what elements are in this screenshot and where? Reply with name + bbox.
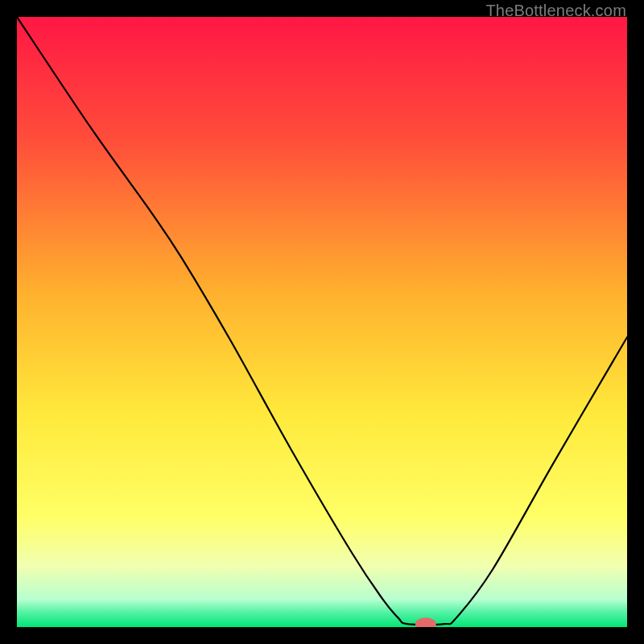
gradient-background xyxy=(17,17,627,627)
chart-svg xyxy=(17,17,627,627)
chart-frame: TheBottleneck.com xyxy=(0,0,644,644)
plot-area xyxy=(17,17,627,627)
